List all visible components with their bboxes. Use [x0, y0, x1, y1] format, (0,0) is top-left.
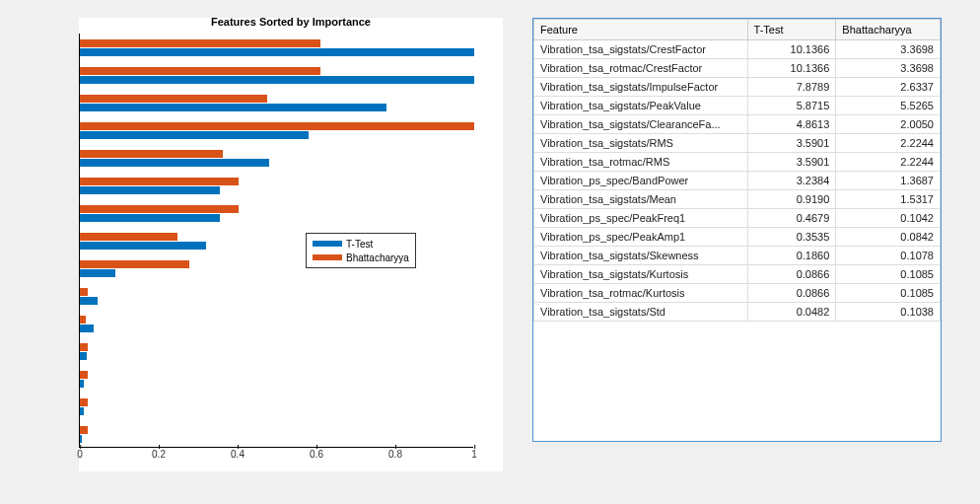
- bar-bhatt: [80, 371, 88, 379]
- legend-label-ttest: T-Test: [346, 239, 373, 250]
- app-container: Features Sorted by Importance 00.20.40.6…: [0, 0, 980, 504]
- table-row[interactable]: Vibration_tsa_sigstats/RMS3.59012.2244: [534, 134, 941, 153]
- legend-label-bhatt: Bhattacharyya: [346, 252, 409, 263]
- col-header-bhatt[interactable]: Bhattacharyya: [836, 20, 941, 40]
- table-row[interactable]: Vibration_tsa_sigstats/Kurtosis0.08660.1…: [534, 265, 941, 284]
- chart-legend: T-Test Bhattacharyya: [306, 233, 416, 268]
- table-row[interactable]: Vibration_ps_spec/BandPower3.23841.3687: [534, 172, 941, 190]
- cell-feature: Vibration_ps_spec/BandPower: [534, 172, 748, 190]
- cell-ttest: 0.4679: [747, 209, 836, 228]
- cell-feature: Vibration_tsa_rotmac/CrestFactor: [534, 59, 748, 78]
- cell-bhatt: 2.2244: [836, 153, 941, 172]
- bar-bhatt: [80, 178, 239, 185]
- cell-feature: Vibration_tsa_sigstats/ClearanceFa...: [534, 115, 748, 134]
- table-row[interactable]: Vibration_tsa_sigstats/ClearanceFa...4.8…: [534, 115, 941, 134]
- bar-ttest: [80, 297, 98, 305]
- cell-bhatt: 0.1042: [836, 209, 941, 228]
- legend-swatch-ttest: [313, 241, 342, 247]
- cell-feature: Vibration_ps_spec/PeakFreq1: [534, 209, 748, 228]
- cell-feature: Vibration_tsa_rotmac/RMS: [534, 153, 748, 172]
- bar-ttest: [80, 242, 206, 250]
- x-tick-label: 0: [77, 449, 83, 460]
- bar-ttest: [80, 214, 220, 222]
- cell-ttest: 3.2384: [747, 172, 836, 190]
- cell-bhatt: 2.2244: [836, 134, 941, 153]
- x-tick-label: 0.4: [231, 449, 245, 460]
- table-row[interactable]: Vibration_tsa_sigstats/Mean0.91901.5317: [534, 190, 941, 209]
- cell-feature: Vibration_tsa_sigstats/ImpulseFactor: [534, 78, 748, 97]
- bar-bhatt: [80, 205, 239, 213]
- bar-bhatt: [80, 316, 86, 324]
- table-row[interactable]: Vibration_tsa_rotmac/Kurtosis0.08660.108…: [534, 284, 941, 303]
- table-row[interactable]: Vibration_ps_spec/PeakFreq10.46790.1042: [534, 209, 941, 228]
- table-row[interactable]: Vibration_ps_spec/PeakAmp10.35350.0842: [534, 228, 941, 247]
- x-tick-label: 1: [471, 449, 477, 460]
- cell-bhatt: 2.6337: [836, 78, 941, 97]
- cell-ttest: 4.8613: [747, 115, 836, 134]
- cell-ttest: 3.5901: [747, 153, 836, 172]
- bar-ttest: [80, 186, 220, 194]
- cell-ttest: 0.1860: [747, 247, 836, 265]
- table-row[interactable]: Vibration_tsa_rotmac/RMS3.59012.2244: [534, 153, 941, 172]
- chart-panel: Features Sorted by Importance 00.20.40.6…: [79, 18, 503, 471]
- cell-feature: Vibration_tsa_sigstats/CrestFactor: [534, 40, 748, 59]
- bar-ttest: [80, 352, 87, 360]
- cell-ttest: 0.0866: [747, 265, 836, 284]
- bar-ttest: [80, 269, 115, 277]
- table-row[interactable]: Vibration_tsa_sigstats/Std0.04820.1038: [534, 303, 941, 322]
- cell-ttest: 10.1366: [747, 59, 836, 78]
- col-header-feature[interactable]: Feature: [534, 20, 748, 40]
- cell-ttest: 0.0866: [747, 284, 836, 303]
- bar-ttest: [80, 407, 84, 415]
- bar-bhatt: [80, 67, 320, 75]
- table-row[interactable]: Vibration_tsa_sigstats/ImpulseFactor7.87…: [534, 78, 941, 97]
- cell-bhatt: 0.0842: [836, 228, 941, 247]
- bar-bhatt: [80, 398, 88, 406]
- cell-ttest: 7.8789: [747, 78, 836, 97]
- bar-bhatt: [80, 260, 189, 268]
- cell-feature: Vibration_tsa_sigstats/Std: [534, 303, 748, 322]
- bar-ttest: [80, 380, 84, 388]
- cell-ttest: 0.0482: [747, 303, 836, 322]
- cell-bhatt: 0.1078: [836, 247, 941, 265]
- cell-bhatt: 0.1085: [836, 265, 941, 284]
- table-row[interactable]: Vibration_tsa_sigstats/Skewness0.18600.1…: [534, 247, 941, 265]
- cell-feature: Vibration_tsa_sigstats/Mean: [534, 190, 748, 209]
- legend-item-ttest: T-Test: [313, 237, 409, 251]
- cell-bhatt: 3.3698: [836, 40, 941, 59]
- cell-ttest: 5.8715: [747, 97, 836, 115]
- bar-ttest: [80, 76, 474, 84]
- bar-bhatt: [80, 39, 320, 47]
- bar-ttest: [80, 435, 82, 443]
- bar-bhatt: [80, 122, 474, 130]
- cell-ttest: 3.5901: [747, 134, 836, 153]
- cell-ttest: 10.1366: [747, 40, 836, 59]
- cell-feature: Vibration_tsa_sigstats/PeakValue: [534, 97, 748, 115]
- x-tick-label: 0.2: [152, 449, 166, 460]
- table-row[interactable]: Vibration_tsa_sigstats/PeakValue5.87155.…: [534, 97, 941, 115]
- table-row[interactable]: Vibration_tsa_rotmac/CrestFactor10.13663…: [534, 59, 941, 78]
- chart-title: Features Sorted by Importance: [79, 16, 503, 28]
- bar-bhatt: [80, 233, 177, 241]
- cell-feature: Vibration_tsa_sigstats/RMS: [534, 134, 748, 153]
- bar-bhatt: [80, 426, 88, 434]
- bar-bhatt: [80, 95, 267, 103]
- cell-ttest: 0.9190: [747, 190, 836, 209]
- x-axis-ticks: 00.20.40.60.81: [80, 449, 473, 463]
- x-tick-label: 0.8: [388, 449, 402, 460]
- bar-ttest: [80, 48, 474, 56]
- cell-bhatt: 1.3687: [836, 172, 941, 190]
- legend-swatch-bhatt: [313, 254, 342, 260]
- cell-ttest: 0.3535: [747, 228, 836, 247]
- cell-bhatt: 5.5265: [836, 97, 941, 115]
- cell-bhatt: 3.3698: [836, 59, 941, 78]
- table-row[interactable]: Vibration_tsa_sigstats/CrestFactor10.136…: [534, 40, 941, 59]
- table-header-row: Feature T-Test Bhattacharyya: [534, 20, 941, 40]
- bar-ttest: [80, 104, 386, 111]
- bar-bhatt: [80, 288, 88, 296]
- feature-table-panel: Feature T-Test Bhattacharyya Vibration_t…: [532, 18, 942, 442]
- bar-ttest: [80, 324, 94, 332]
- cell-feature: Vibration_ps_spec/PeakAmp1: [534, 228, 748, 247]
- col-header-ttest[interactable]: T-Test: [747, 20, 836, 40]
- bar-bhatt: [80, 343, 88, 351]
